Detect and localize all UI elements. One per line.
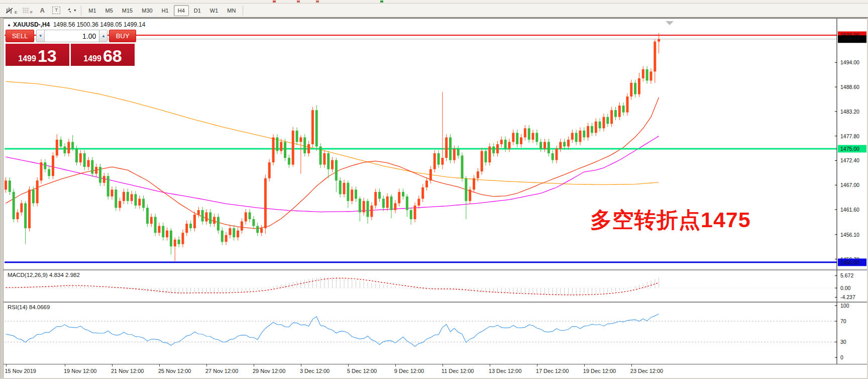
date-tick bbox=[443, 364, 443, 366]
arrow-objects-tool-button[interactable]: ▾ bbox=[64, 5, 78, 16]
price-tick-label: 1472.40 bbox=[840, 157, 859, 163]
price-badge-label: 1499.14 bbox=[840, 36, 859, 42]
date-label: 23 Dec 12:00 bbox=[630, 368, 663, 374]
rsi-label: RSI(14) 84.0669 bbox=[8, 304, 50, 310]
letter-a-icon: A bbox=[40, 7, 45, 14]
volume-increase-button[interactable]: ▲ bbox=[99, 30, 107, 42]
toolbar-speck-icon bbox=[273, 1, 276, 3]
rsi-indicator-pane[interactable]: 10070300 bbox=[4, 302, 867, 364]
macd-axis-label: 0.00 bbox=[840, 285, 851, 291]
date-tick bbox=[112, 364, 113, 366]
macd-indicator-pane[interactable]: 5.6720.00-4.237 bbox=[4, 270, 867, 302]
window-left-edge bbox=[0, 18, 4, 378]
date-label: 15 Nov 2019 bbox=[5, 368, 36, 374]
macd-axis-label: 5.672 bbox=[840, 272, 853, 278]
date-label: 9 Dec 12:00 bbox=[394, 368, 424, 374]
date-tick bbox=[490, 364, 490, 366]
chart-editor-icon bbox=[6, 7, 14, 15]
price-tick-label: 1456.10 bbox=[840, 232, 859, 238]
sell-price-display[interactable]: 1499 13 bbox=[6, 44, 69, 66]
expand-arrow-icon[interactable]: ▲ bbox=[7, 23, 11, 27]
price-badge-label: 1475.00 bbox=[840, 146, 859, 152]
date-tick bbox=[254, 364, 254, 366]
rsi-axis-label: 70 bbox=[840, 318, 846, 324]
sell-price-pips: 13 bbox=[38, 48, 57, 64]
date-tick bbox=[395, 364, 396, 366]
price-tick-label: 1477.80 bbox=[840, 133, 859, 139]
symbol-timeframe-label: XAUUSD-,H4 bbox=[13, 21, 50, 28]
sell-button[interactable]: SELL bbox=[6, 30, 34, 42]
date-tick bbox=[6, 364, 7, 366]
timeframe-m1-button[interactable]: M1 bbox=[84, 5, 100, 16]
toolbar-separator bbox=[81, 6, 81, 16]
buy-button[interactable]: BUY bbox=[109, 30, 136, 42]
chart-window: ▲XAUUSD-,H4 1498.56 1500.36 1498.05 1499… bbox=[4, 18, 867, 378]
toolbar: E F A T ▾ M1 M5 M15 M30 H1 H4 D1 W1 MN bbox=[0, 4, 868, 18]
buy-price-pips: 68 bbox=[103, 48, 122, 64]
annotation-text: 多空转折点1475 bbox=[590, 206, 751, 235]
chevron-down-icon: ▾ bbox=[74, 8, 76, 13]
date-tick bbox=[584, 364, 585, 366]
date-tick bbox=[301, 364, 301, 366]
rsi-axis-label: 30 bbox=[840, 339, 846, 345]
timeframe-h1-button[interactable]: H1 bbox=[158, 5, 173, 16]
buy-price-handle: 1499 bbox=[83, 54, 101, 64]
volume-decrease-button[interactable]: ▼ bbox=[36, 30, 45, 42]
date-label: 3 Dec 12:00 bbox=[300, 368, 330, 374]
price-tick-label: 1494.00 bbox=[840, 59, 859, 65]
rsi-axis-label: 100 bbox=[840, 303, 849, 309]
tool-sub-label: F bbox=[30, 11, 33, 15]
date-axis[interactable]: 15 Nov 201919 Nov 12:0021 Nov 12:0025 No… bbox=[4, 364, 867, 378]
macd-label: MACD(12,26,9) 4.834 2.982 bbox=[8, 272, 80, 278]
chart-editor-tool-button[interactable]: E bbox=[4, 5, 19, 16]
tool-sub-label: E bbox=[15, 11, 17, 15]
date-label: 29 Nov 12:00 bbox=[253, 368, 285, 374]
date-label: 21 Nov 12:00 bbox=[111, 368, 144, 374]
timeframe-mn-button[interactable]: MN bbox=[223, 5, 240, 16]
sell-price-handle: 1499 bbox=[18, 54, 36, 64]
date-label: 13 Dec 12:00 bbox=[489, 368, 521, 374]
volume-input[interactable] bbox=[45, 30, 99, 42]
date-label: 17 Dec 12:00 bbox=[536, 368, 569, 374]
date-label: 11 Dec 12:00 bbox=[442, 368, 474, 374]
date-tick bbox=[159, 364, 160, 366]
price-tick-label: 1483.20 bbox=[840, 109, 859, 115]
date-tick bbox=[206, 364, 207, 366]
toolbar-speck-icon bbox=[316, 1, 319, 3]
toolbar-speck-icon bbox=[380, 1, 383, 3]
text-box-icon: T bbox=[52, 7, 60, 14]
date-tick bbox=[348, 364, 349, 366]
date-label: 27 Nov 12:00 bbox=[205, 368, 238, 374]
timeframe-m30-button[interactable]: M30 bbox=[138, 5, 156, 16]
arrows-icon bbox=[66, 7, 73, 14]
date-tick bbox=[631, 364, 632, 366]
ohlc-values: 1498.56 1500.36 1498.05 1499.14 bbox=[53, 21, 146, 28]
buy-price-display[interactable]: 1499 68 bbox=[71, 44, 135, 66]
text-label-tool-button[interactable]: A bbox=[36, 5, 49, 16]
toolbar-top-sliver bbox=[0, 0, 868, 4]
date-tick bbox=[65, 364, 65, 366]
date-label: 19 Dec 12:00 bbox=[583, 368, 616, 374]
data-grid-tool-button[interactable]: F bbox=[20, 5, 35, 16]
macd-axis-label: -4.237 bbox=[840, 294, 855, 300]
one-click-trade-panel: SELL ▼ ▲ BUY 1499 13 1499 68 bbox=[6, 30, 136, 66]
price-tick-label: 1467.00 bbox=[840, 182, 859, 188]
date-label: 19 Nov 12:00 bbox=[64, 368, 96, 374]
chart-header: ▲XAUUSD-,H4 1498.56 1500.36 1498.05 1499… bbox=[7, 21, 145, 28]
text-box-tool-button[interactable]: T bbox=[50, 5, 63, 16]
timeframe-m15-button[interactable]: M15 bbox=[118, 5, 137, 16]
date-tick bbox=[537, 364, 537, 366]
price-tick-label: 1461.60 bbox=[840, 207, 859, 213]
timeframe-h4-button[interactable]: H4 bbox=[174, 5, 189, 16]
timeframe-d1-button[interactable]: D1 bbox=[190, 5, 205, 16]
rsi-axis-label: 0 bbox=[840, 354, 843, 360]
price-tick-label: 1488.60 bbox=[840, 84, 859, 90]
date-label: 25 Nov 12:00 bbox=[158, 368, 191, 374]
grid-icon bbox=[22, 7, 30, 15]
timeframe-m5-button[interactable]: M5 bbox=[101, 5, 117, 16]
date-label: 5 Dec 12:00 bbox=[347, 368, 377, 374]
toolbar-separator bbox=[243, 6, 243, 16]
timeframe-w1-button[interactable]: W1 bbox=[206, 5, 223, 16]
toolbar-speck-icon bbox=[297, 1, 300, 3]
price-badge-label: 1450.00 bbox=[840, 259, 859, 265]
